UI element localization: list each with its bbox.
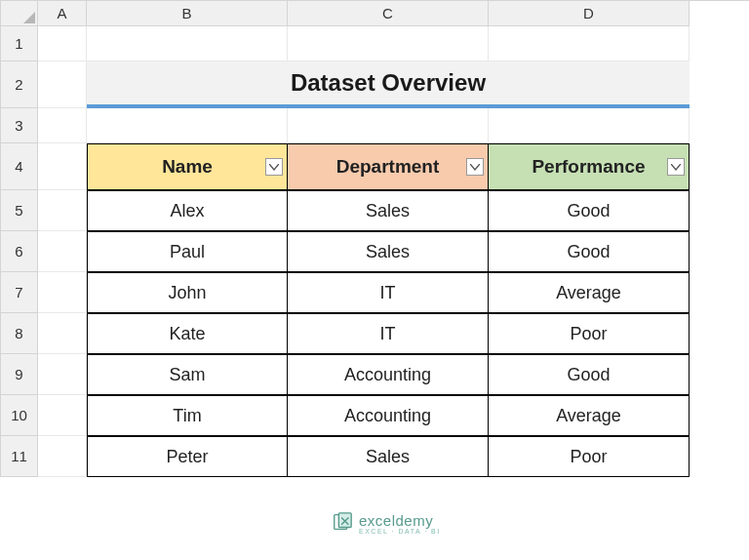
- filter-button-performance[interactable]: [667, 158, 685, 176]
- select-all-corner[interactable]: [1, 1, 38, 26]
- row-header-11[interactable]: 11: [1, 436, 38, 477]
- table-cell-performance[interactable]: Average: [489, 272, 690, 313]
- cell-B1[interactable]: [87, 26, 288, 61]
- table-cell-department[interactable]: Sales: [288, 190, 489, 231]
- cell-A11[interactable]: [38, 436, 87, 477]
- table-cell-name[interactable]: Kate: [87, 313, 288, 354]
- table-header-name[interactable]: Name: [87, 143, 288, 190]
- chevron-down-icon: [671, 164, 681, 171]
- cell-B3[interactable]: [87, 108, 288, 143]
- table-cell-performance[interactable]: Average: [489, 395, 690, 436]
- table-cell-department[interactable]: Accounting: [288, 395, 489, 436]
- watermark-title: exceldemy: [359, 513, 441, 528]
- row-header-5[interactable]: 5: [1, 190, 38, 231]
- chevron-down-icon: [269, 164, 279, 171]
- table-cell-name[interactable]: Alex: [87, 190, 288, 231]
- cell-A8[interactable]: [38, 313, 87, 354]
- row-header-10[interactable]: 10: [1, 395, 38, 436]
- table-cell-performance[interactable]: Good: [489, 190, 690, 231]
- table-cell-department[interactable]: Sales: [288, 231, 489, 272]
- table-cell-name[interactable]: Tim: [87, 395, 288, 436]
- row-header-6[interactable]: 6: [1, 231, 38, 272]
- cell-A2[interactable]: [38, 61, 87, 108]
- table-header-label: Performance: [532, 156, 645, 178]
- row-header-9[interactable]: 9: [1, 354, 38, 395]
- cell-A5[interactable]: [38, 190, 87, 231]
- row-header-4[interactable]: 4: [1, 143, 38, 190]
- cell-D3[interactable]: [489, 108, 690, 143]
- cell-A7[interactable]: [38, 272, 87, 313]
- column-header-A[interactable]: A: [38, 1, 87, 26]
- table-cell-performance[interactable]: Good: [489, 231, 690, 272]
- table-cell-name[interactable]: John: [87, 272, 288, 313]
- filter-button-department[interactable]: [466, 158, 484, 176]
- table-cell-name[interactable]: Paul: [87, 231, 288, 272]
- row-header-8[interactable]: 8: [1, 313, 38, 354]
- cell-C3[interactable]: [288, 108, 489, 143]
- watermark: exceldemy EXCEL · DATA · BI: [332, 511, 441, 537]
- cell-C1[interactable]: [288, 26, 489, 61]
- row-header-2[interactable]: 2: [1, 61, 38, 108]
- dataset-title[interactable]: Dataset Overview: [87, 61, 690, 108]
- spreadsheet-grid: A B C D 1 2 Dataset Overview 3 4 Name De…: [0, 0, 749, 477]
- row-header-3[interactable]: 3: [1, 108, 38, 143]
- table-cell-department[interactable]: IT: [288, 313, 489, 354]
- cell-A3[interactable]: [38, 108, 87, 143]
- table-cell-performance[interactable]: Poor: [489, 436, 690, 477]
- table-header-label: Department: [336, 156, 440, 178]
- cell-A9[interactable]: [38, 354, 87, 395]
- exceldemy-logo-icon: [332, 511, 353, 537]
- cell-A10[interactable]: [38, 395, 87, 436]
- table-header-department[interactable]: Department: [288, 143, 489, 190]
- cell-A1[interactable]: [38, 26, 87, 61]
- table-cell-department[interactable]: IT: [288, 272, 489, 313]
- column-header-C[interactable]: C: [288, 1, 489, 26]
- cell-A6[interactable]: [38, 231, 87, 272]
- table-cell-department[interactable]: Sales: [288, 436, 489, 477]
- cell-A4[interactable]: [38, 143, 87, 190]
- row-header-1[interactable]: 1: [1, 26, 38, 61]
- table-cell-department[interactable]: Accounting: [288, 354, 489, 395]
- chevron-down-icon: [470, 164, 480, 171]
- table-header-label: Name: [162, 156, 213, 178]
- filter-button-name[interactable]: [265, 158, 283, 176]
- watermark-subtitle: EXCEL · DATA · BI: [359, 528, 441, 535]
- table-cell-name[interactable]: Peter: [87, 436, 288, 477]
- table-cell-name[interactable]: Sam: [87, 354, 288, 395]
- cell-D1[interactable]: [489, 26, 690, 61]
- table-cell-performance[interactable]: Good: [489, 354, 690, 395]
- column-header-B[interactable]: B: [87, 1, 288, 26]
- row-header-7[interactable]: 7: [1, 272, 38, 313]
- table-cell-performance[interactable]: Poor: [489, 313, 690, 354]
- table-header-performance[interactable]: Performance: [489, 143, 690, 190]
- column-header-D[interactable]: D: [489, 1, 690, 26]
